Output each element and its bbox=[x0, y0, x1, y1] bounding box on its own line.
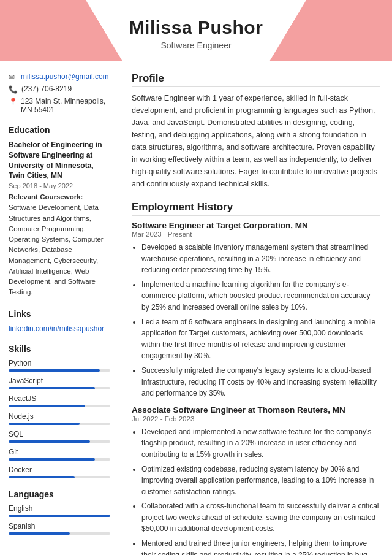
language-name: English bbox=[9, 504, 110, 513]
skill-name: Node.js bbox=[9, 412, 110, 421]
phone-text: (237) 706-8219 bbox=[21, 85, 72, 93]
languages-section: Languages English Spanish bbox=[9, 489, 110, 535]
skill-item: SQL bbox=[9, 430, 110, 443]
edu-dates: Sep 2018 - May 2022 bbox=[9, 182, 110, 189]
language-bar-fill bbox=[9, 532, 70, 535]
skill-bar-fill bbox=[9, 387, 95, 389]
job-bullet: Optimized existing codebase, reducing sy… bbox=[141, 464, 380, 498]
job-bullets-list: Developed and implemented a new software… bbox=[132, 426, 380, 555]
skill-name: Docker bbox=[9, 465, 110, 474]
job-bullet: Led a team of 6 software engineers in de… bbox=[141, 316, 380, 362]
address-text: 123 Main St, Minneapolis, MN 55401 bbox=[21, 97, 110, 114]
skill-bar-bg bbox=[9, 476, 110, 478]
job-dates: Jul 2022 - Feb 2023 bbox=[132, 415, 380, 423]
skill-item: Git bbox=[9, 448, 110, 461]
employment-title: Employment History bbox=[132, 201, 380, 216]
skill-item: Node.js bbox=[9, 412, 110, 425]
language-name: Spanish bbox=[9, 522, 110, 530]
linkedin-item: linkedin.com/in/milissapushor bbox=[9, 324, 110, 333]
email-item: ✉ milissa.pushor@gmail.com bbox=[9, 72, 110, 82]
skill-bar-fill bbox=[9, 405, 85, 407]
skill-bar-fill bbox=[9, 423, 80, 425]
sidebar: ✉ milissa.pushor@gmail.com 📞 (237) 706-8… bbox=[0, 61, 119, 555]
edu-coursework: Relevant Coursework: Software Developmen… bbox=[9, 192, 110, 298]
skill-item: ReactJS bbox=[9, 394, 110, 407]
education-section: Education Bachelor of Engineering in Sof… bbox=[9, 125, 110, 298]
employment-section: Employment History Software Engineer at … bbox=[132, 201, 380, 555]
main-layout: ✉ milissa.pushor@gmail.com 📞 (237) 706-8… bbox=[0, 61, 392, 555]
job-title: Associate Software Engineer at Thomson R… bbox=[132, 405, 380, 415]
skill-name: JavaScript bbox=[9, 377, 110, 385]
profile-text: Software Engineer with 1 year of experie… bbox=[132, 92, 380, 190]
location-icon: 📍 bbox=[9, 98, 17, 106]
coursework-label: Relevant Coursework: bbox=[9, 193, 83, 201]
full-name: Milissa Pushor bbox=[12, 17, 380, 38]
job-bullet: Successfully migrated the company's lega… bbox=[141, 365, 380, 399]
links-title: Links bbox=[9, 309, 110, 319]
languages-list: English Spanish bbox=[9, 504, 110, 535]
job-bullet: Implemented a machine learning algorithm… bbox=[141, 279, 380, 313]
profile-section: Profile Software Engineer with 1 year of… bbox=[132, 72, 380, 190]
skills-title: Skills bbox=[9, 344, 110, 354]
skill-bar-bg bbox=[9, 440, 110, 443]
skill-name: SQL bbox=[9, 430, 110, 438]
languages-title: Languages bbox=[9, 489, 110, 499]
job-bullet: Collaborated with a cross-functional tea… bbox=[141, 500, 380, 535]
skill-item: Docker bbox=[9, 465, 110, 478]
skill-bar-fill bbox=[9, 369, 100, 372]
language-bar-bg bbox=[9, 532, 110, 535]
header-content: Milissa Pushor Software Engineer bbox=[12, 17, 380, 50]
skill-bar-fill bbox=[9, 458, 95, 461]
skill-name: Git bbox=[9, 448, 110, 456]
coursework-text: Software Development, Data Structures an… bbox=[9, 204, 104, 296]
language-bar-fill bbox=[9, 515, 110, 517]
skill-bar-fill bbox=[9, 440, 90, 443]
job-dates: Mar 2023 - Present bbox=[132, 231, 380, 238]
education-title: Education bbox=[9, 125, 110, 135]
language-bar-bg bbox=[9, 515, 110, 517]
email-icon: ✉ bbox=[9, 73, 17, 82]
header: Milissa Pushor Software Engineer bbox=[0, 0, 392, 61]
language-item: Spanish bbox=[9, 522, 110, 535]
main-content: Profile Software Engineer with 1 year of… bbox=[119, 61, 392, 555]
contact-section: ✉ milissa.pushor@gmail.com 📞 (237) 706-8… bbox=[9, 72, 110, 114]
linkedin-link[interactable]: linkedin.com/in/milissapushor bbox=[9, 324, 104, 333]
edu-degree: Bachelor of Engineering in Software Engi… bbox=[9, 140, 110, 181]
job-bullets-list: Developed a scalable inventory managemen… bbox=[132, 242, 380, 399]
address-item: 📍 123 Main St, Minneapolis, MN 55401 bbox=[9, 97, 110, 114]
skills-list: Python JavaScript ReactJS Node.js SQL bbox=[9, 359, 110, 478]
skills-section: Skills Python JavaScript ReactJS Node.js… bbox=[9, 344, 110, 478]
skill-bar-bg bbox=[9, 369, 110, 372]
skill-name: ReactJS bbox=[9, 394, 110, 403]
job-title: Software Engineer at Target Corporation,… bbox=[132, 221, 380, 230]
phone-icon: 📞 bbox=[9, 85, 18, 94]
job-bullet: Mentored and trained three junior engine… bbox=[141, 538, 380, 555]
skill-item: JavaScript bbox=[9, 377, 110, 389]
jobs-list: Software Engineer at Target Corporation,… bbox=[132, 221, 380, 555]
skill-item: Python bbox=[9, 359, 110, 372]
skill-bar-bg bbox=[9, 458, 110, 461]
skill-bar-fill bbox=[9, 476, 75, 478]
profile-title: Profile bbox=[132, 72, 380, 87]
language-item: English bbox=[9, 504, 110, 517]
job-title-header: Software Engineer bbox=[12, 40, 380, 50]
email-link[interactable]: milissa.pushor@gmail.com bbox=[21, 72, 109, 81]
job-entry: Associate Software Engineer at Thomson R… bbox=[132, 405, 380, 555]
job-bullet: Developed a scalable inventory managemen… bbox=[141, 242, 380, 276]
job-bullet: Developed and implemented a new software… bbox=[141, 426, 380, 461]
skill-bar-bg bbox=[9, 423, 110, 425]
skill-name: Python bbox=[9, 359, 110, 367]
phone-item: 📞 (237) 706-8219 bbox=[9, 85, 110, 94]
skill-bar-bg bbox=[9, 387, 110, 389]
skill-bar-bg bbox=[9, 405, 110, 407]
job-entry: Software Engineer at Target Corporation,… bbox=[132, 221, 380, 399]
links-section: Links linkedin.com/in/milissapushor bbox=[9, 309, 110, 333]
